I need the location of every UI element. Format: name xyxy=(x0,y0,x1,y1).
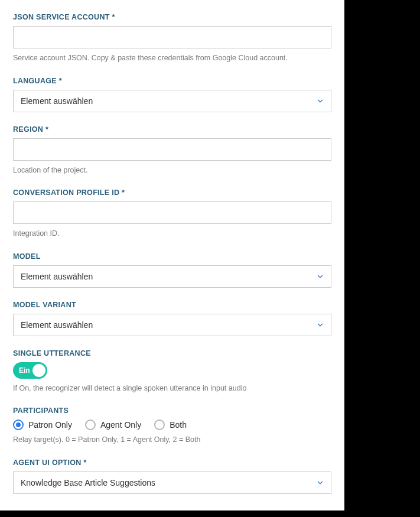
field-model: MODEL Element auswählen xyxy=(13,252,331,288)
label-participants: PARTICIPANTS xyxy=(13,407,331,415)
toggle-single-utterance[interactable]: Ein xyxy=(13,362,47,379)
radio-dot-icon xyxy=(16,422,21,427)
input-conversation-profile-id[interactable] xyxy=(13,201,331,224)
label-single-utterance: SINGLE UTTERANCE xyxy=(13,349,331,357)
label-model: MODEL xyxy=(13,252,331,261)
radio-label-both: Both xyxy=(170,420,187,430)
radio-both[interactable]: Both xyxy=(154,420,187,430)
select-model-variant-value: Element auswählen xyxy=(13,314,331,336)
label-agent-ui-option: AGENT UI OPTION * xyxy=(13,459,331,467)
label-conversation-profile-id: CONVERSATION PROFILE ID * xyxy=(13,188,331,197)
field-model-variant: MODEL VARIANT Element auswählen xyxy=(13,301,331,336)
radio-label-patron: Patron Only xyxy=(28,420,72,430)
field-language: LANGUAGE * Element auswählen xyxy=(13,77,331,112)
select-model-text: Element auswählen xyxy=(21,272,93,281)
select-language-text: Element auswählen xyxy=(21,96,93,106)
label-region: REGION * xyxy=(13,125,331,134)
input-region[interactable] xyxy=(13,138,331,161)
select-agent-ui-option-value: Knowledge Base Article Suggestions xyxy=(13,472,331,494)
radio-circle-icon xyxy=(13,420,24,430)
form-panel: JSON SERVICE ACCOUNT * Service account J… xyxy=(0,0,344,511)
select-language[interactable]: Element auswählen xyxy=(13,90,331,112)
radio-row-participants: Patron Only Agent Only Both xyxy=(13,420,331,430)
field-participants: PARTICIPANTS Patron Only Agent Only Both… xyxy=(13,407,331,446)
field-json-service-account: JSON SERVICE ACCOUNT * Service account J… xyxy=(13,13,331,64)
select-agent-ui-option-text: Knowledge Base Article Suggestions xyxy=(21,478,155,487)
radio-agent-only[interactable]: Agent Only xyxy=(85,420,141,430)
help-single-utterance: If On, the recognizer will detect a sing… xyxy=(13,383,331,394)
radio-label-agent: Agent Only xyxy=(100,420,141,430)
select-model-variant[interactable]: Element auswählen xyxy=(13,314,331,336)
label-language: LANGUAGE * xyxy=(13,77,331,85)
help-conversation-profile-id: Integration ID. xyxy=(13,229,331,239)
field-agent-ui-option: AGENT UI OPTION * Knowledge Base Article… xyxy=(13,459,331,494)
radio-circle-icon xyxy=(154,420,165,430)
label-json-service-account: JSON SERVICE ACCOUNT * xyxy=(13,13,331,21)
toggle-state-text: Ein xyxy=(19,366,30,375)
help-region: Location of the project. xyxy=(13,165,331,176)
radio-patron-only[interactable]: Patron Only xyxy=(13,420,72,430)
label-model-variant: MODEL VARIANT xyxy=(13,301,331,309)
help-json-service-account: Service account JSON. Copy & paste these… xyxy=(13,53,331,64)
help-participants: Relay target(s). 0 = Patron Only, 1 = Ag… xyxy=(13,435,331,446)
field-conversation-profile-id: CONVERSATION PROFILE ID * Integration ID… xyxy=(13,188,331,239)
field-region: REGION * Location of the project. xyxy=(13,125,331,176)
select-model-variant-text: Element auswählen xyxy=(21,320,93,330)
select-language-value: Element auswählen xyxy=(13,90,331,112)
select-model[interactable]: Element auswählen xyxy=(13,265,331,288)
select-agent-ui-option[interactable]: Knowledge Base Article Suggestions xyxy=(13,472,331,494)
field-single-utterance: SINGLE UTTERANCE Ein If On, the recogniz… xyxy=(13,349,331,394)
input-json-service-account[interactable] xyxy=(13,26,331,48)
select-model-value: Element auswählen xyxy=(13,265,331,288)
radio-circle-icon xyxy=(85,420,96,430)
toggle-knob xyxy=(32,364,45,377)
